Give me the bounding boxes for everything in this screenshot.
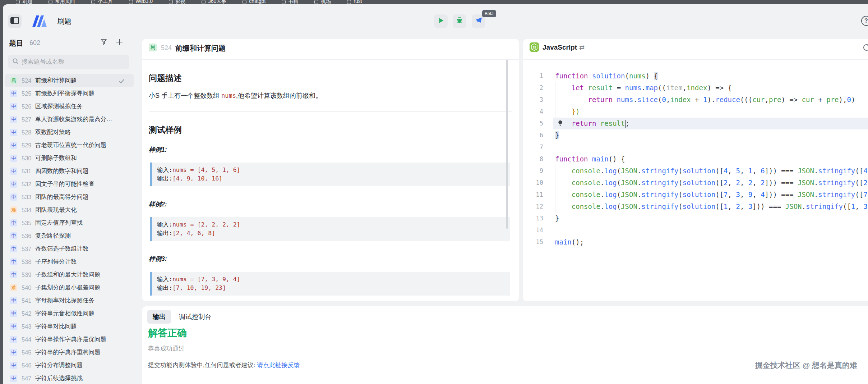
paper-plane-icon [475,17,483,26]
problem-number: 524 [22,77,35,84]
problem-list-item[interactable]: 中537奇数筛选子数组计数 [5,242,134,255]
tab-output[interactable]: 输出 [147,310,171,324]
difficulty-badge: 中 [10,362,17,369]
problem-name: 子集划分的最小极差问题 [35,284,101,292]
problem-list-item[interactable]: 中542字符串元音相似性问题 [5,307,134,320]
difficulty-badge: 难 [10,284,17,291]
bookmark-item[interactable]: 360大事 [202,0,226,4]
problem-number: 529 [22,142,35,149]
bookmark-item[interactable]: 影视 [169,0,185,4]
problem-list-item[interactable]: 中535固定差值序列查找 [5,216,134,229]
bookmark-item[interactable]: 书籍 [282,0,298,4]
bookmark-label: 机场 [321,0,331,4]
editor-panel[interactable]: JS JavaScript ⇄ 1function solution(nums)… [523,39,868,301]
code-line[interactable]: 7 [523,141,868,153]
add-icon[interactable] [115,38,123,47]
problem-list-item[interactable]: 中538子序列得分计数 [5,255,134,268]
code-line[interactable]: 15main(); [523,236,868,248]
problem-list-item[interactable]: 中526区域探测模拟任务 [5,100,134,113]
tab-debug-console[interactable]: 调试控制台 [179,312,211,321]
description-paragraph: 小S 手上有一个整数数组 nums,他希望计算该数组的前缀和。 [149,91,322,100]
code-line[interactable]: 9 console.log(JSON.stringify(solution([4… [523,165,868,177]
problem-list-item[interactable]: 中547字符后续选择挑战 [5,372,134,384]
problem-list-item[interactable]: 中541字母频率对比探测任务 [5,294,134,307]
sample-label: 样例3: [149,255,167,263]
sample-block: 输入:nums = [4, 5, 1, 6]输出:[4, 9, 10, 16] [150,163,510,186]
bookmark-item[interactable]: 常用页面 [49,0,75,4]
problem-list-item[interactable]: 中525前缀数列平衡探寻问题 [5,87,134,100]
code-line[interactable]: 6} [523,129,868,141]
line-number: 1 [523,70,543,82]
problem-list: 易524前缀和计算问题中525前缀数列平衡探寻问题中526区域探测模拟任务中52… [5,74,134,384]
code-line[interactable]: 13} [523,212,868,224]
bookmark-item[interactable]: chatgpt [243,0,266,4]
line-number: 12 [523,201,543,212]
code-text: function solution(nums) { [555,70,658,82]
problem-list-item[interactable]: 中543字符串对比问题 [5,320,134,333]
code-line[interactable]: 12 console.log(JSON.stringify(solution([… [523,201,868,212]
line-number: 5 [523,118,543,129]
difficulty-badge: 中 [10,245,17,252]
problem-list-item[interactable]: 中539子数组和的最大计数问题 [5,268,134,281]
samples-heading: 测试样例 [149,124,182,136]
bookmark-item[interactable]: 机场 [314,0,331,4]
code-line[interactable]: 11 console.log(JSON.stringify(solution([… [523,189,868,201]
problem-list-item[interactable]: 难540子集划分的最小极差问题 [5,281,134,294]
problem-list-item[interactable]: 中529古老硬币位置统一代价问题 [5,139,134,152]
code-line[interactable]: 5 return result; [523,118,868,129]
problem-list-item[interactable]: 中533团队的最高得分问题 [5,191,134,204]
line-number: 11 [523,189,543,201]
difficulty-badge: 中 [10,323,17,330]
code-text: console.log(JSON.stringify(solution([1, … [555,201,868,212]
problem-list-item[interactable]: 中544字符串操作字典序最优问题 [5,333,134,346]
code-text: let result = nums.map((item,index) => { [555,82,732,94]
feedback-link[interactable]: 请点此链接反馈 [257,362,300,369]
problem-number: 546 [22,362,35,369]
bookmark-item[interactable]: rust [347,0,362,4]
problem-list-item[interactable]: 中545字符串的字典序重构问题 [5,346,134,359]
reset-code-icon[interactable] [862,43,868,53]
debug-button[interactable] [453,14,466,28]
problem-list-item[interactable]: 中528双数配对策略 [5,126,134,139]
problem-name: 字符串元音相似性问题 [35,310,94,317]
code-line[interactable]: 14 [523,224,868,236]
code-editor[interactable]: 1function solution(nums) {2 let result =… [523,63,868,301]
problem-name: 团队的最高得分问题 [35,193,89,201]
line-number: 4 [523,106,543,118]
run-button[interactable] [434,14,448,28]
problem-list-item[interactable]: 中536复杂路径探测 [5,229,134,242]
problem-list-item[interactable]: 中527单人资源收集游戏的最高分问题 [5,113,134,126]
difficulty-badge: 中 [10,271,17,278]
problem-name: 双数配对策略 [35,128,71,136]
problem-list-item[interactable]: 易524前缀和计算问题 [5,74,134,87]
problem-list-item[interactable]: 中546字符分布调整问题 [5,359,134,372]
problem-list-item[interactable]: 中532回文子串的可能性检查 [5,178,134,191]
problem-list-item[interactable]: 中530可删除子数组和 [5,152,134,165]
bookmark-item[interactable]: 刷题 [16,0,32,4]
search-input[interactable] [22,58,115,65]
bookmark-label: 刷题 [22,0,32,4]
code-line[interactable]: 2 let result = nums.map((item,index) => … [523,82,868,94]
problem-list-item[interactable]: 难534团队表现最大化 [5,204,134,216]
sample-output: 输出:[2, 4, 6, 8] [157,229,505,238]
problem-number: 542 [22,310,35,317]
line-number: 15 [523,236,543,248]
bookmark-item[interactable]: Web3.0 [129,0,153,4]
problem-header: 易 524 前缀和计算问题 [142,39,519,60]
sidebar-toggle-button[interactable] [8,14,22,28]
problem-number: 543 [22,323,35,330]
filter-icon[interactable] [101,39,107,47]
app-window: 刷题 Beta ? 题目 602 易524前缀和计算问题中525前缀数列平衡探寻… [3,4,868,384]
favicon-placeholder [202,0,206,4]
problem-list-item[interactable]: 中531四因数的数字和问题 [5,165,134,178]
code-line[interactable]: 4 }) [523,106,868,118]
bookmark-item[interactable]: 小工具 [91,0,113,4]
code-line[interactable]: 3 return nums.slice(0,index + 1).reduce(… [523,94,868,106]
swap-language-icon[interactable]: ⇄ [579,44,585,51]
line-number: 3 [523,94,543,106]
problem-scrollbar[interactable] [506,60,508,229]
help-icon[interactable]: ? [861,16,868,26]
code-line[interactable]: 1function solution(nums) { [523,70,868,82]
code-line[interactable]: 8function main() { [523,153,868,165]
code-line[interactable]: 10 console.log(JSON.stringify(solution([… [523,177,868,189]
